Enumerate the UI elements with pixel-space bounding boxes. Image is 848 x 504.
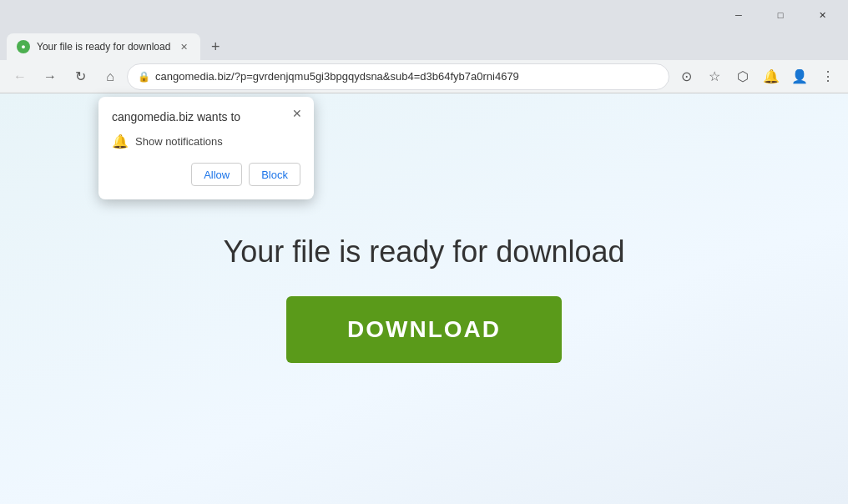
reload-button[interactable]: ↻ [67, 63, 93, 90]
new-tab-button[interactable]: + [204, 35, 227, 58]
menu-button[interactable]: ⋮ [815, 63, 841, 90]
maximize-button[interactable]: □ [761, 2, 800, 28]
popup-close-button[interactable]: ✕ [289, 105, 305, 122]
profile-button[interactable]: 👤 [786, 63, 813, 90]
popup-title: cangomedia.biz wants to [112, 110, 300, 123]
tab-close-button[interactable]: ✕ [177, 40, 190, 53]
extensions-button[interactable]: ⬡ [729, 63, 756, 90]
toolbar-right: ⊙ ☆ ⬡ 🔔 👤 ⋮ [673, 63, 841, 90]
download-button[interactable]: DOWNLOAD [286, 296, 562, 363]
back-button[interactable]: ← [7, 63, 33, 90]
window-controls: ─ □ ✕ [719, 2, 841, 28]
tab-bar: ● Your file is ready for download ✕ + [0, 30, 848, 60]
bookmark-button[interactable]: ☆ [701, 63, 728, 90]
tab-title: Your file is ready for download [37, 41, 170, 53]
address-bar[interactable]: 🔒 cangomedia.biz/?p=gvrdenjqmu5gi3bpgqyd… [127, 63, 669, 90]
block-button[interactable]: Block [249, 163, 300, 186]
popup-notification-row: 🔔 Show notifications [112, 134, 300, 149]
google-lens-button[interactable]: ⊙ [673, 63, 699, 90]
notifications-button[interactable]: 🔔 [758, 63, 785, 90]
chrome-window: ─ □ ✕ ● Your file is ready for download … [0, 0, 848, 504]
active-tab[interactable]: ● Your file is ready for download ✕ [7, 33, 200, 60]
toolbar: ← → ↻ ⌂ 🔒 cangomedia.biz/?p=gvrdenjqmu5g… [0, 60, 848, 93]
bell-icon: 🔔 [112, 134, 129, 149]
notification-popup: ✕ cangomedia.biz wants to 🔔 Show notific… [98, 97, 314, 199]
home-button[interactable]: ⌂ [97, 63, 124, 90]
close-button[interactable]: ✕ [803, 2, 841, 28]
title-bar: ─ □ ✕ [0, 0, 848, 30]
popup-actions: Allow Block [112, 163, 300, 186]
popup-notification-label: Show notifications [135, 135, 223, 148]
lock-icon: 🔒 [138, 71, 150, 83]
address-text: cangomedia.biz/?p=gvrdenjqmu5gi3bpgqydsn… [155, 70, 659, 83]
minimize-button[interactable]: ─ [719, 2, 758, 28]
forward-button[interactable]: → [37, 63, 63, 90]
tab-favicon-icon: ● [17, 40, 30, 53]
page-heading: Your file is ready for download [224, 234, 625, 270]
allow-button[interactable]: Allow [191, 163, 242, 186]
page-content: ✕ cangomedia.biz wants to 🔔 Show notific… [0, 93, 848, 504]
